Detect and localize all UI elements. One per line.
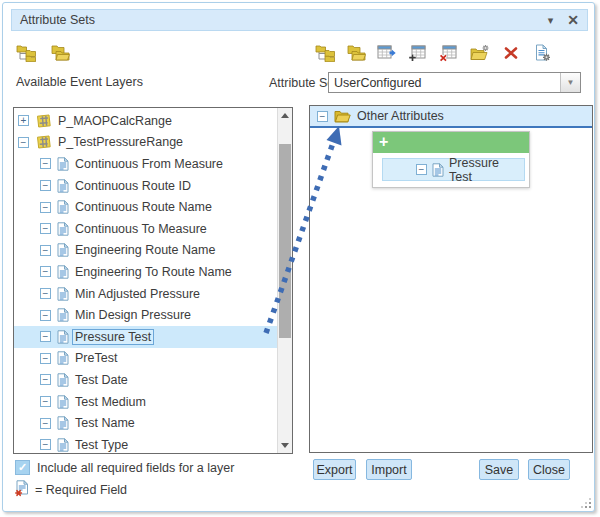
- drag-ghost: + − Pressure Test: [372, 131, 530, 188]
- open-folder-icon: [334, 110, 351, 123]
- collapse-icon[interactable]: −: [40, 396, 51, 407]
- collapse-icon[interactable]: −: [40, 223, 51, 234]
- field-icon: [57, 373, 69, 387]
- field-icon: [57, 200, 69, 214]
- dragged-item-label: Pressure Test: [449, 156, 524, 184]
- collapse-icon[interactable]: −: [40, 180, 51, 191]
- layer-tree-icon[interactable]: [15, 42, 37, 64]
- tree-item-test-name[interactable]: −Test Name: [14, 412, 277, 434]
- tree-item-min-adjusted-pressure[interactable]: −Min Adjusted Pressure: [14, 283, 277, 305]
- other-attributes-group[interactable]: − Other Attributes: [310, 106, 592, 128]
- event-layers-tree: +P_MAOPCalcRange−P_TestPressureRange−Con…: [14, 108, 277, 453]
- scroll-down-icon[interactable]: [278, 438, 292, 453]
- tree-item-label: Pressure Test: [73, 330, 153, 344]
- tree-item-p-maopcalcrange[interactable]: +P_MAOPCalcRange: [14, 110, 277, 132]
- required-legend-text: = Required Field: [35, 483, 127, 497]
- event-layer-icon: [35, 114, 52, 128]
- tree-item-label: Test Medium: [75, 395, 146, 409]
- checkbox-label: Include all required fields for a layer: [37, 461, 234, 475]
- field-icon: [57, 438, 69, 452]
- close-icon[interactable]: ✕: [567, 12, 579, 28]
- collapse-icon[interactable]: −: [40, 374, 51, 385]
- collapse-icon[interactable]: −: [40, 331, 51, 342]
- tree-item-label: Test Type: [75, 438, 128, 452]
- toolbar-right: [314, 42, 553, 64]
- scrollbar-thumb[interactable]: [279, 144, 291, 338]
- import-button[interactable]: Import: [366, 459, 412, 480]
- tree-item-label: Min Adjusted Pressure: [75, 287, 200, 301]
- toolbar-left: [15, 42, 71, 64]
- open-folders-icon[interactable]: [345, 42, 367, 64]
- export-button[interactable]: Export: [313, 459, 356, 480]
- collapse-icon[interactable]: −: [40, 310, 51, 321]
- collapse-icon[interactable]: −: [317, 111, 328, 122]
- chevron-down-icon[interactable]: ▼: [560, 73, 580, 92]
- collapse-icon[interactable]: −: [40, 418, 51, 429]
- open-folders-icon[interactable]: [49, 42, 71, 64]
- include-required-fields-option[interactable]: ✓ Include all required fields for a laye…: [15, 460, 234, 475]
- close-button[interactable]: Close: [528, 459, 570, 480]
- required-field-icon: [15, 480, 29, 500]
- tree-item-pretest[interactable]: −PreTest: [14, 348, 277, 370]
- window-menu-icon[interactable]: ▾: [548, 14, 554, 27]
- tree-item-pressure-test[interactable]: −Pressure Test: [14, 326, 277, 348]
- tree-item-engineering-route-name[interactable]: −Engineering Route Name: [14, 240, 277, 262]
- report-settings-icon[interactable]: [531, 42, 553, 64]
- collapse-icon[interactable]: −: [40, 202, 51, 213]
- save-button[interactable]: Save: [479, 459, 519, 480]
- folder-settings-icon[interactable]: [469, 42, 491, 64]
- resize-grip[interactable]: [580, 497, 591, 508]
- table-remove-icon[interactable]: [438, 42, 460, 64]
- field-icon: [57, 330, 69, 344]
- delete-icon[interactable]: [500, 42, 522, 64]
- collapse-icon[interactable]: −: [18, 137, 29, 148]
- collapse-icon: −: [416, 164, 427, 175]
- plus-icon: +: [379, 133, 388, 150]
- table-add-icon[interactable]: [407, 42, 429, 64]
- available-event-layers-label: Available Event Layers: [16, 75, 143, 89]
- tree-item-label: Engineering Route Name: [75, 243, 215, 257]
- layer-tree-icon[interactable]: [314, 42, 336, 64]
- field-icon: [57, 416, 69, 430]
- tree-item-label: Continuous From Measure: [75, 157, 223, 171]
- collapse-icon[interactable]: −: [40, 245, 51, 256]
- collapse-icon[interactable]: −: [40, 439, 51, 450]
- tree-item-label: Min Design Pressure: [75, 308, 191, 322]
- expand-icon[interactable]: +: [18, 115, 29, 126]
- attribute-set-dropdown[interactable]: UserConfigured ▼: [328, 72, 581, 93]
- collapse-icon[interactable]: −: [40, 266, 51, 277]
- tree-item-label: Continuous Route ID: [75, 179, 191, 193]
- field-icon: [57, 287, 69, 301]
- tree-item-continuous-to-measure[interactable]: −Continuous To Measure: [14, 218, 277, 240]
- tree-item-test-date[interactable]: −Test Date: [14, 369, 277, 391]
- attribute-set-value: UserConfigured: [329, 76, 560, 90]
- checked-checkbox[interactable]: ✓: [15, 460, 30, 475]
- tree-item-continuous-route-id[interactable]: −Continuous Route ID: [14, 175, 277, 197]
- tree-item-label: Test Date: [75, 373, 128, 387]
- table-export-icon[interactable]: [376, 42, 398, 64]
- titlebar[interactable]: Attribute Sets ▾ ✕: [11, 9, 588, 31]
- field-icon: [57, 395, 69, 409]
- scroll-up-icon[interactable]: [278, 108, 292, 123]
- group-label: Other Attributes: [357, 109, 444, 123]
- tree-item-continuous-route-name[interactable]: −Continuous Route Name: [14, 196, 277, 218]
- tree-item-label: Continuous Route Name: [75, 200, 212, 214]
- field-icon: [57, 265, 69, 279]
- tree-item-engineering-to-route-name[interactable]: −Engineering To Route Name: [14, 261, 277, 283]
- field-icon: [57, 157, 69, 171]
- tree-item-test-type[interactable]: −Test Type: [14, 434, 277, 453]
- collapse-icon[interactable]: −: [40, 288, 51, 299]
- tree-item-label: P_TestPressureRange: [58, 135, 183, 149]
- tree-item-test-medium[interactable]: −Test Medium: [14, 391, 277, 413]
- dragged-item: − Pressure Test: [382, 158, 525, 181]
- tree-item-continuous-from-measure[interactable]: −Continuous From Measure: [14, 153, 277, 175]
- tree-item-min-design-pressure[interactable]: −Min Design Pressure: [14, 304, 277, 326]
- collapse-icon[interactable]: −: [40, 158, 51, 169]
- window-title: Attribute Sets: [20, 13, 548, 27]
- field-icon: [57, 351, 69, 365]
- tree-item-p-testpressurerange[interactable]: −P_TestPressureRange: [14, 132, 277, 154]
- vertical-scrollbar[interactable]: [277, 108, 292, 453]
- field-icon: [57, 308, 69, 322]
- collapse-icon[interactable]: −: [40, 353, 51, 364]
- tree-item-label: Test Name: [75, 416, 135, 430]
